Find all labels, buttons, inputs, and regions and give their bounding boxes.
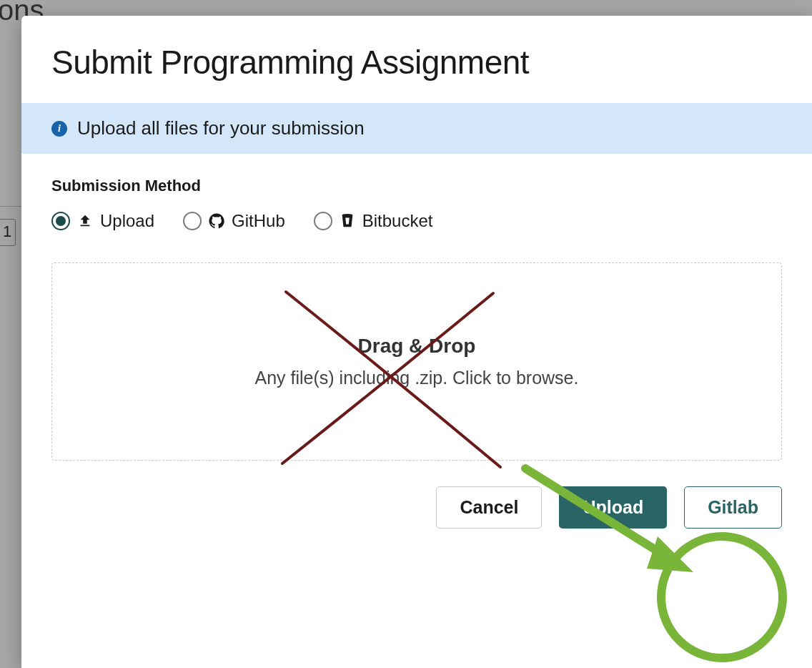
upload-icon xyxy=(77,213,93,229)
radio-indicator xyxy=(314,212,332,230)
radio-label-github: GitHub xyxy=(232,211,285,231)
modal-buttons: Cancel Upload Gitlab xyxy=(21,461,812,554)
modal-title: Submit Programming Assignment xyxy=(21,16,812,103)
radio-upload[interactable]: Upload xyxy=(51,211,154,231)
cancel-button[interactable]: Cancel xyxy=(436,486,542,529)
radio-dot xyxy=(56,216,66,226)
submission-method-radios: Upload GitHub Bitbucket xyxy=(51,211,782,231)
radio-indicator xyxy=(183,212,202,230)
radio-indicator xyxy=(51,212,70,230)
radio-label-bitbucket: Bitbucket xyxy=(362,211,433,231)
modal-body: Submission Method Upload GitHub xyxy=(21,154,812,461)
dropzone-title: Drag & Drop xyxy=(66,335,767,358)
radio-github[interactable]: GitHub xyxy=(183,211,285,231)
info-banner: i Upload all files for your submission xyxy=(21,103,812,154)
info-icon: i xyxy=(51,121,67,137)
upload-button[interactable]: Upload xyxy=(559,486,667,529)
submission-method-label: Submission Method xyxy=(51,177,782,195)
dropzone-subtitle: Any file(s) including .zip. Click to bro… xyxy=(66,368,767,388)
github-icon xyxy=(209,213,224,229)
submit-assignment-modal: Submit Programming Assignment i Upload a… xyxy=(21,16,812,668)
gitlab-button[interactable]: Gitlab xyxy=(684,486,782,529)
bitbucket-icon xyxy=(340,213,355,229)
info-text: Upload all files for your submission xyxy=(77,117,365,139)
radio-bitbucket[interactable]: Bitbucket xyxy=(314,211,433,231)
svg-point-0 xyxy=(342,214,352,217)
radio-label-upload: Upload xyxy=(100,211,154,231)
file-dropzone[interactable]: Drag & Drop Any file(s) including .zip. … xyxy=(51,262,782,461)
